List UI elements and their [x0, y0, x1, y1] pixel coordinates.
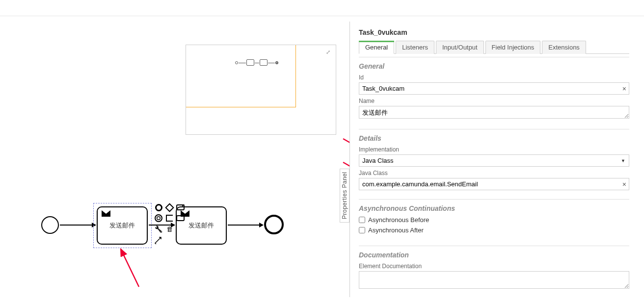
sequence-flow[interactable]	[228, 225, 263, 226]
implementation-label: Implementation	[359, 146, 629, 153]
implementation-select[interactable]: Java Class	[359, 154, 629, 167]
context-pad	[154, 202, 187, 249]
task-icon[interactable]	[175, 202, 185, 212]
group-async: Asynchronous Continuations Asynchronous …	[359, 199, 629, 243]
end-event[interactable]	[264, 215, 284, 234]
gateway-icon[interactable]	[164, 202, 174, 212]
group-title: Asynchronous Continuations	[359, 204, 629, 212]
async-before-label: Asynchronous Before	[368, 216, 429, 224]
task-label: 发送邮件	[188, 221, 214, 230]
async-before-checkbox[interactable]	[359, 217, 365, 223]
wrench-icon[interactable]	[154, 224, 163, 234]
annotation-arrow	[112, 245, 146, 289]
java-class-label: Java Class	[359, 170, 629, 176]
tab-field-injections[interactable]: Field Injections	[485, 41, 541, 54]
async-after-checkbox[interactable]	[359, 227, 365, 233]
task-label: 发送邮件	[109, 221, 135, 230]
connect-icon[interactable]	[154, 235, 163, 245]
properties-tabs: General Listeners Input/Output Field Inj…	[359, 40, 629, 54]
trash-icon[interactable]	[164, 224, 174, 234]
call-activity-icon[interactable]	[175, 213, 185, 223]
group-title: Details	[359, 134, 629, 142]
java-class-input[interactable]	[359, 178, 629, 190]
intermediate-event-icon[interactable]	[154, 213, 163, 223]
end-event-icon[interactable]	[154, 202, 163, 212]
group-documentation: Documentation Element Documentation	[359, 246, 629, 296]
documentation-label: Element Documentation	[359, 263, 629, 270]
sequence-flow[interactable]	[60, 225, 96, 226]
group-title: General	[359, 62, 629, 70]
name-input[interactable]: 发送邮件	[359, 106, 629, 119]
group-details: Details Implementation Java Class Java C…	[359, 129, 629, 196]
start-event[interactable]	[41, 216, 59, 234]
documentation-input[interactable]	[359, 271, 629, 289]
envelope-icon	[102, 210, 110, 217]
name-label: Name	[359, 98, 629, 104]
tab-listeners[interactable]: Listeners	[396, 41, 434, 54]
group-general: General Id × Name 发送邮件	[359, 57, 629, 126]
id-label: Id	[359, 74, 629, 81]
tab-extensions[interactable]: Extensions	[542, 41, 586, 54]
properties-panel: Task_0vukcam General Listeners Input/Out…	[349, 22, 638, 297]
clear-icon[interactable]: ×	[622, 85, 626, 93]
clear-icon[interactable]: ×	[622, 180, 626, 188]
tab-input-output[interactable]: Input/Output	[436, 41, 484, 54]
service-task-selected[interactable]: 发送邮件	[97, 206, 148, 245]
tab-general[interactable]: General	[359, 41, 394, 54]
diagram-canvas[interactable]: ⤢ 发送邮件 发送邮件	[0, 16, 349, 302]
annotation-icon[interactable]	[164, 213, 174, 223]
properties-title: Task_0vukcam	[359, 28, 629, 36]
id-input[interactable]	[359, 82, 629, 95]
properties-panel-toggle[interactable]: Properties Panel	[340, 169, 349, 223]
group-title: Documentation	[359, 251, 629, 259]
async-after-label: Asynchronous After	[368, 226, 424, 234]
